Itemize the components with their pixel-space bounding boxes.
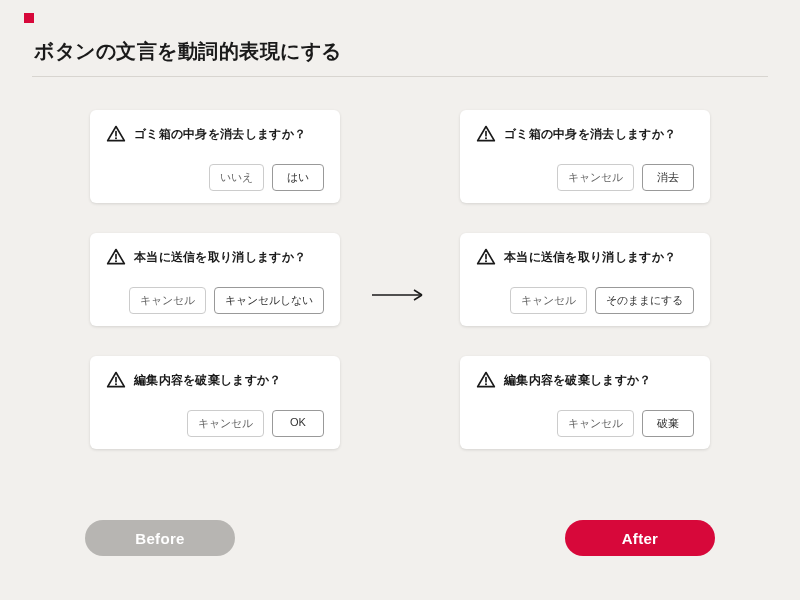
svg-point-8 [485,137,487,139]
cancel-button[interactable]: キャンセル [557,164,634,191]
confirm-button[interactable]: はい [272,164,324,191]
dialog-header: ゴミ箱の中身を消去しますか？ [476,124,694,144]
dialog-card: 編集内容を破棄しますか？ キャンセル OK [90,356,340,449]
label-row: Before After [0,520,800,556]
before-label: Before [85,520,235,556]
warning-icon [476,247,496,267]
dialog-card: ゴミ箱の中身を消去しますか？ キャンセル 消去 [460,110,710,203]
warning-icon [106,124,126,144]
dialog-title: 本当に送信を取り消しますか？ [504,249,676,266]
dialog-header: 本当に送信を取り消しますか？ [106,247,324,267]
dialog-actions: キャンセル 破棄 [476,410,694,437]
cancel-button[interactable]: キャンセル [187,410,264,437]
arrow-right-icon [370,285,430,305]
svg-point-3 [115,260,117,262]
dialog-header: ゴミ箱の中身を消去しますか？ [106,124,324,144]
cancel-button[interactable]: キャンセル [129,287,206,314]
cancel-button[interactable]: キャンセル [557,410,634,437]
dialog-actions: いいえ はい [106,164,324,191]
after-column: ゴミ箱の中身を消去しますか？ キャンセル 消去 本当に送信を取り消しますか？ キ… [460,110,710,449]
comparison-columns: ゴミ箱の中身を消去しますか？ いいえ はい 本当に送信を取り消しますか？ キャン… [0,110,800,449]
warning-icon [106,247,126,267]
dialog-title: ゴミ箱の中身を消去しますか？ [504,126,676,143]
cancel-button[interactable]: キャンセル [510,287,587,314]
warning-icon [106,370,126,390]
confirm-button[interactable]: 破棄 [642,410,694,437]
svg-point-1 [115,137,117,139]
dialog-header: 編集内容を破棄しますか？ [476,370,694,390]
confirm-button[interactable]: OK [272,410,324,437]
dialog-header: 本当に送信を取り消しますか？ [476,247,694,267]
dialog-card: 本当に送信を取り消しますか？ キャンセル そのままにする [460,233,710,326]
svg-point-5 [115,383,117,385]
dialog-title: 編集内容を破棄しますか？ [134,372,282,389]
divider [32,76,768,77]
accent-square [24,13,34,23]
dialog-actions: キャンセル そのままにする [476,287,694,314]
dialog-title: 本当に送信を取り消しますか？ [134,249,306,266]
confirm-button[interactable]: そのままにする [595,287,694,314]
warning-icon [476,370,496,390]
dialog-actions: キャンセル キャンセルしない [106,287,324,314]
page-title: ボタンの文言を動詞的表現にする [34,38,342,65]
dialog-title: ゴミ箱の中身を消去しますか？ [134,126,306,143]
dialog-actions: キャンセル 消去 [476,164,694,191]
confirm-button[interactable]: キャンセルしない [214,287,324,314]
dialog-card: ゴミ箱の中身を消去しますか？ いいえ はい [90,110,340,203]
after-label: After [565,520,715,556]
before-column: ゴミ箱の中身を消去しますか？ いいえ はい 本当に送信を取り消しますか？ キャン… [90,110,340,449]
svg-point-10 [485,260,487,262]
dialog-actions: キャンセル OK [106,410,324,437]
dialog-title: 編集内容を破棄しますか？ [504,372,652,389]
dialog-card: 本当に送信を取り消しますか？ キャンセル キャンセルしない [90,233,340,326]
confirm-button[interactable]: 消去 [642,164,694,191]
cancel-button[interactable]: いいえ [209,164,264,191]
svg-point-12 [485,383,487,385]
warning-icon [476,124,496,144]
dialog-card: 編集内容を破棄しますか？ キャンセル 破棄 [460,356,710,449]
dialog-header: 編集内容を破棄しますか？ [106,370,324,390]
